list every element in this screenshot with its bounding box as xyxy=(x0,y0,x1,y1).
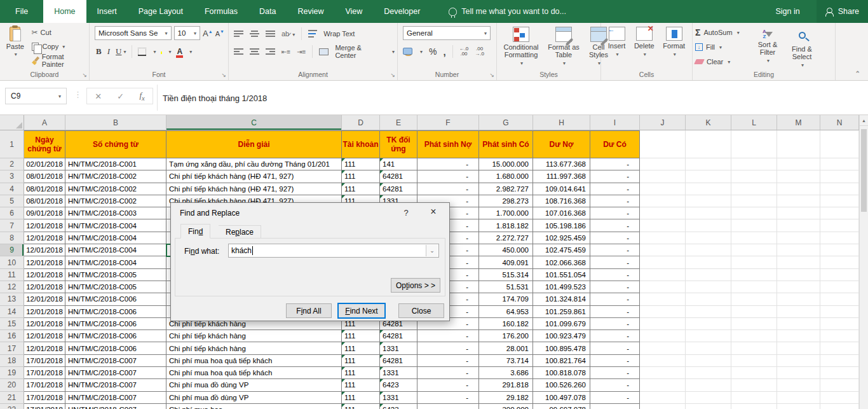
empty-cell[interactable] xyxy=(777,379,820,391)
row-header-21[interactable]: 21 xyxy=(0,392,24,404)
cell[interactable]: 100.818.078 xyxy=(533,367,590,379)
align-middle-button[interactable] xyxy=(250,31,259,37)
cell[interactable]: 64281 xyxy=(380,170,417,183)
column-header-I[interactable]: I xyxy=(590,115,640,130)
find-next-button[interactable]: Find Next xyxy=(337,303,386,319)
cell[interactable]: - xyxy=(417,355,479,367)
cell[interactable]: HN/TM/C/2018-C001 xyxy=(65,158,166,170)
row-header-4[interactable]: 4 xyxy=(0,183,24,195)
empty-cell[interactable] xyxy=(731,367,777,379)
empty-cell[interactable] xyxy=(820,306,859,318)
empty-cell[interactable] xyxy=(777,170,820,183)
cell[interactable]: 174.709 xyxy=(479,293,533,305)
enter-icon[interactable]: ✓ xyxy=(117,92,124,101)
ribbon-tab-review[interactable]: Review xyxy=(287,0,334,23)
percent-style-button[interactable]: % xyxy=(429,46,437,57)
cell[interactable]: Chi phí tiếp khách hàng (HĐ 471, 927) xyxy=(166,183,342,195)
empty-cell[interactable] xyxy=(731,269,777,281)
empty-cell[interactable] xyxy=(731,306,777,318)
vertical-scrollbar[interactable]: ▲ xyxy=(859,115,868,409)
cell[interactable]: 12/01/2018 xyxy=(24,330,65,342)
cell[interactable]: 64.953 xyxy=(479,306,533,318)
options-button[interactable]: Options > > xyxy=(391,278,440,293)
cell[interactable]: HN/TM/C/2018-C007 xyxy=(65,367,166,379)
empty-cell[interactable] xyxy=(777,219,820,232)
empty-cell[interactable] xyxy=(640,158,686,170)
empty-cell[interactable] xyxy=(777,355,820,367)
cell[interactable]: - xyxy=(417,367,479,379)
cell[interactable]: - xyxy=(590,256,640,268)
empty-cell[interactable] xyxy=(777,256,820,268)
cell[interactable]: 111 xyxy=(342,170,380,183)
cell[interactable]: - xyxy=(590,293,640,305)
cell[interactable]: 111 xyxy=(342,404,380,409)
cell[interactable]: 51.531 xyxy=(479,281,533,293)
empty-cell[interactable] xyxy=(640,392,686,404)
empty-cell[interactable] xyxy=(777,269,820,281)
select-all-corner[interactable] xyxy=(0,115,24,130)
empty-cell[interactable] xyxy=(731,195,777,207)
empty-cell[interactable] xyxy=(686,281,731,293)
empty-cell[interactable] xyxy=(777,392,820,404)
column-header-J[interactable]: J xyxy=(640,115,686,130)
cell[interactable]: - xyxy=(417,170,479,183)
cell[interactable]: HN/TM/C/2018-C004 xyxy=(65,244,166,256)
cell[interactable]: - xyxy=(590,367,640,379)
orientation-button[interactable]: ab̷ ▾ xyxy=(281,30,295,38)
increase-decimal-button[interactable]: ←.0.00 xyxy=(459,46,469,57)
cell[interactable]: 111 xyxy=(342,158,380,170)
empty-cell[interactable] xyxy=(686,392,731,404)
empty-cell[interactable] xyxy=(731,158,777,170)
empty-cell[interactable] xyxy=(731,293,777,305)
decrease-decimal-button[interactable]: .00→.0 xyxy=(475,46,484,57)
cell[interactable]: - xyxy=(590,379,640,391)
ribbon-tab-formulas[interactable]: Formulas xyxy=(194,0,248,23)
cell[interactable]: 12/01/2018 xyxy=(24,318,65,330)
shrink-font-button[interactable]: A▼ xyxy=(215,29,224,38)
number-format-combo[interactable]: General ▾ xyxy=(403,26,491,40)
align-bottom-button[interactable] xyxy=(266,31,275,37)
ribbon-tab-view[interactable]: View xyxy=(334,0,373,23)
empty-cell[interactable] xyxy=(731,330,777,342)
empty-cell[interactable] xyxy=(640,130,686,158)
empty-cell[interactable] xyxy=(731,379,777,391)
cell[interactable]: 3.686 xyxy=(479,367,533,379)
cut-button[interactable]: ✂ Cut xyxy=(29,25,88,39)
cell[interactable]: 08/01/2018 xyxy=(24,195,65,207)
empty-cell[interactable] xyxy=(731,244,777,256)
cell[interactable]: 100.526.260 xyxy=(533,379,590,391)
empty-cell[interactable] xyxy=(777,330,820,342)
cancel-icon[interactable]: ✕ xyxy=(95,92,102,101)
empty-cell[interactable] xyxy=(820,183,859,195)
empty-cell[interactable] xyxy=(820,404,859,409)
column-header-M[interactable]: M xyxy=(777,115,820,130)
align-center-button[interactable] xyxy=(250,48,259,55)
empty-cell[interactable] xyxy=(640,306,686,318)
increase-indent-button[interactable]: ⇥≡ xyxy=(297,48,306,55)
empty-cell[interactable] xyxy=(640,293,686,305)
empty-cell[interactable] xyxy=(640,269,686,281)
cell[interactable]: 101.551.054 xyxy=(533,269,590,281)
insert-function-icon[interactable]: fx xyxy=(139,90,144,102)
cell[interactable]: - xyxy=(590,183,640,195)
accounting-format-icon[interactable] xyxy=(404,50,412,56)
cell[interactable]: - xyxy=(417,330,479,342)
cell[interactable]: HN/TM/C/2018-C004 xyxy=(65,219,166,232)
cell[interactable]: - xyxy=(590,269,640,281)
scroll-up-icon[interactable]: ▲ xyxy=(860,115,868,126)
cell[interactable]: - xyxy=(590,195,640,207)
empty-cell[interactable] xyxy=(731,281,777,293)
cell[interactable]: HN/TM/C/2018-C007 xyxy=(65,355,166,367)
cell[interactable]: - xyxy=(417,404,479,409)
empty-cell[interactable] xyxy=(777,293,820,305)
align-left-button[interactable] xyxy=(234,48,243,55)
cell[interactable]: 1331 xyxy=(380,392,417,404)
cell[interactable]: 12/01/2018 xyxy=(24,281,65,293)
cell[interactable]: 17/01/2018 xyxy=(24,392,65,404)
cell[interactable]: 111 xyxy=(342,183,380,195)
empty-cell[interactable] xyxy=(731,404,777,409)
cell[interactable]: 100.821.764 xyxy=(533,355,590,367)
cell[interactable]: - xyxy=(590,244,640,256)
table-header-cell[interactable]: Phát sinh Nợ xyxy=(417,130,479,158)
cell[interactable]: - xyxy=(417,392,479,404)
